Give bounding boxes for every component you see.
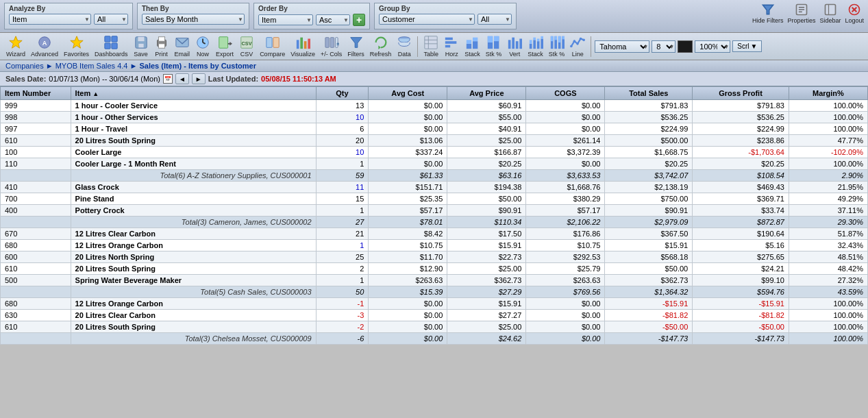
scroll-button[interactable]: Scrl ▼ [732, 40, 762, 52]
cell-avg-cost: $0.00 [369, 321, 447, 333]
stack-chart-button[interactable]: Stack [462, 34, 482, 58]
cell-qty: -3 [316, 310, 369, 321]
svg-marker-43 [350, 38, 362, 48]
logout-button[interactable]: Logout [845, 3, 864, 24]
col-header-item-number[interactable]: Item Number [1, 87, 71, 100]
cell-total-sales: $50.00 [605, 263, 693, 275]
stk-pct-button[interactable]: Stk % [484, 34, 504, 58]
cell-margin: 49.29% [789, 193, 867, 205]
analyze-by-select[interactable]: Item [9, 14, 91, 25]
breadcrumb-arrow-2: ► [129, 62, 139, 70]
col-header-cogs[interactable]: COGS [526, 87, 605, 100]
visualize-button[interactable]: Visualize [288, 34, 317, 58]
svg-rect-16 [105, 43, 110, 49]
cell-total-sales: $568.18 [605, 251, 693, 263]
cell-item-number: 998 [1, 112, 71, 123]
cell-total-sales: $1,364.32 [605, 286, 693, 298]
cell-margin: 21.95% [789, 182, 867, 193]
cell-avg-price: $166.87 [447, 147, 526, 158]
data-button[interactable]: Data [395, 34, 414, 58]
col-header-margin[interactable]: Margin% [789, 87, 867, 100]
cell-total-sales: $1,668.75 [605, 147, 693, 158]
col-header-total-sales[interactable]: Total Sales [605, 87, 693, 100]
cell-qty: 1 [316, 205, 369, 217]
order-by-dir-select[interactable]: Asc [316, 14, 350, 25]
table-row: 610 20 Litres South Spring -2 $0.00 $25.… [1, 321, 868, 333]
calendar-icon[interactable]: 📅 [163, 74, 173, 84]
breadcrumb-companies[interactable]: Companies [5, 62, 44, 70]
vert-chart-button[interactable]: Vert [505, 34, 524, 58]
cell-item: 20 Litres South Spring [71, 263, 316, 275]
sort-arrow-item: ▲ [92, 90, 99, 97]
svg-rect-50 [445, 38, 453, 40]
cell-qty: 20 [316, 135, 369, 147]
svg-rect-64 [520, 39, 523, 49]
cell-total-sales: $20.25 [605, 158, 693, 170]
table-view-button[interactable]: Table [421, 34, 441, 58]
cell-item-number: 110 [1, 158, 71, 170]
wizard-button[interactable]: Wizard [4, 34, 27, 58]
favorites-button[interactable]: Favorites [62, 34, 91, 58]
cell-margin: 100.00% [789, 158, 867, 170]
cell-avg-cost: $151.71 [369, 182, 447, 193]
cell-margin: 100.00% [789, 123, 867, 135]
cell-qty: 59 [316, 170, 369, 182]
cell-total-sales: $15.91 [605, 240, 693, 251]
table-row: 400 Pottery Crock 1 $57.17 $90.91 $57.17… [1, 205, 868, 217]
cell-total-sales: $224.99 [605, 123, 693, 135]
sidebar-button[interactable]: Sidebar [819, 3, 841, 24]
add-order-button[interactable]: + [353, 14, 365, 26]
line-chart-button[interactable]: Line [568, 34, 587, 58]
cell-avg-price: $24.62 [447, 333, 526, 345]
col-header-item[interactable]: Item ▲ [71, 87, 316, 100]
cell-qty: -2 [316, 321, 369, 333]
cell-avg-cost: $25.35 [369, 193, 447, 205]
font-size-select[interactable]: 8 [652, 40, 675, 53]
stk-pct2-button[interactable]: Stk % [547, 34, 567, 58]
col-header-qty[interactable]: Qty [316, 87, 369, 100]
order-by-item-select[interactable]: Item [258, 14, 313, 25]
print-button[interactable]: Print [152, 34, 171, 58]
cell-total-sales: $2,979.09 [605, 217, 693, 228]
font-family-select[interactable]: Tahoma [595, 40, 649, 53]
zoom-select[interactable]: 100% [695, 40, 730, 53]
compare-button[interactable]: Compare [258, 34, 287, 58]
properties-button[interactable]: Properties [787, 3, 815, 24]
cell-item: 1 hour - Cooler Service [71, 100, 316, 112]
now-button[interactable]: Now [193, 34, 212, 58]
cell-avg-price: $20.25 [447, 158, 526, 170]
col-header-avg-cost[interactable]: Avg Cost [369, 87, 447, 100]
advanced-button[interactable]: A Advanced [29, 34, 60, 58]
col-header-avg-price[interactable]: Avg Price [447, 87, 526, 100]
horz-chart-button[interactable]: Horz [442, 34, 461, 58]
email-button[interactable]: Email [173, 34, 193, 58]
cell-item: 12 Litres Orange Carbon [71, 240, 316, 251]
save-button[interactable]: Save [132, 34, 151, 58]
svg-rect-17 [112, 43, 117, 49]
hide-filters-button[interactable]: Hide Filters [752, 3, 784, 24]
analyze-by-all-select[interactable]: All [94, 14, 128, 25]
cell-qty: 27 [316, 217, 369, 228]
csv-button[interactable]: CSV CSV [237, 34, 256, 58]
cell-item: Cooler Large - 1 Month Rent [71, 158, 316, 170]
col-header-gross-profit[interactable]: Gross Profit [693, 87, 789, 100]
top-bar: Analyze By Item All Then By Sales By Mon… [0, 0, 868, 33]
group-by-all-select[interactable]: All [478, 14, 512, 25]
filters-button[interactable]: Filters [345, 34, 367, 58]
svg-rect-35 [297, 40, 299, 49]
table-row: 100 Cooler Large 10 $337.24 $166.87 $3,3… [1, 147, 868, 158]
date-prev-button[interactable]: ◄ [175, 73, 189, 84]
breadcrumb-myob[interactable]: MYOB Item Sales 4.4 [55, 62, 128, 70]
then-by-select[interactable]: Sales By Month [142, 14, 245, 25]
cell-item: Pine Stand [71, 193, 316, 205]
refresh-button[interactable]: Refresh [368, 34, 394, 58]
cols-button[interactable]: ± +/- Cols [319, 34, 344, 58]
group-by-select[interactable]: Customer [379, 14, 475, 25]
font-color-picker[interactable] [678, 40, 693, 53]
stack2-chart-button[interactable]: Stack [525, 34, 545, 58]
svg-point-84 [580, 38, 582, 40]
export-button[interactable]: Export [214, 34, 236, 58]
cell-margin: 100.00% [789, 100, 867, 112]
date-next-button[interactable]: ► [192, 73, 206, 84]
dashboards-button[interactable]: Dashboards [92, 34, 130, 58]
